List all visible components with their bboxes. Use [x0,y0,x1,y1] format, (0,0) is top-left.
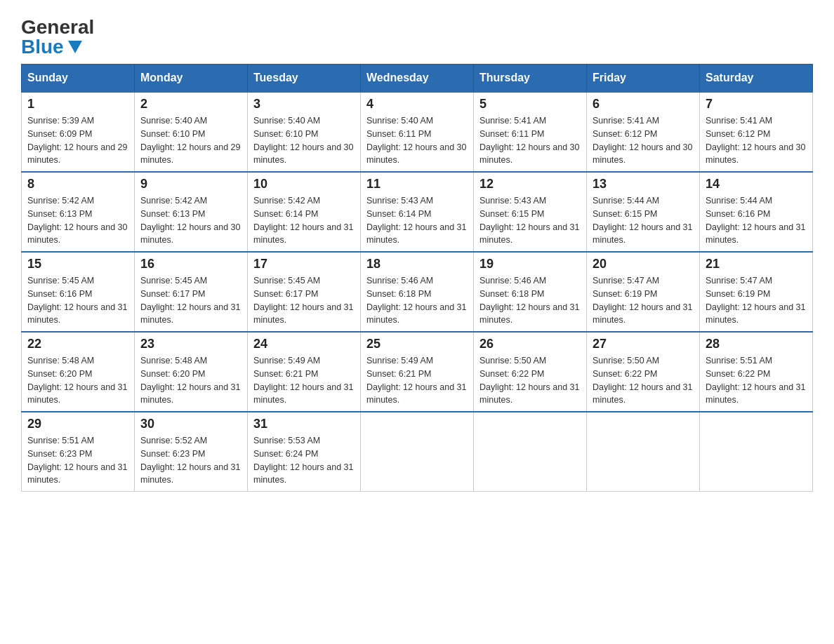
calendar-cell: 30 Sunrise: 5:52 AM Sunset: 6:23 PM Dayl… [135,412,248,492]
calendar-cell: 14 Sunrise: 5:44 AM Sunset: 6:16 PM Dayl… [700,172,813,252]
calendar-cell: 16 Sunrise: 5:45 AM Sunset: 6:17 PM Dayl… [135,252,248,332]
calendar-cell: 4 Sunrise: 5:40 AM Sunset: 6:11 PM Dayli… [361,92,474,172]
day-info: Sunrise: 5:42 AM Sunset: 6:13 PM Dayligh… [140,194,241,247]
calendar-cell: 19 Sunrise: 5:46 AM Sunset: 6:18 PM Dayl… [474,252,587,332]
week-row-5: 29 Sunrise: 5:51 AM Sunset: 6:23 PM Dayl… [22,412,813,492]
calendar-cell [587,412,700,492]
calendar-cell: 3 Sunrise: 5:40 AM Sunset: 6:10 PM Dayli… [248,92,361,172]
day-info: Sunrise: 5:51 AM Sunset: 6:22 PM Dayligh… [706,354,807,407]
calendar-cell: 8 Sunrise: 5:42 AM Sunset: 6:13 PM Dayli… [22,172,135,252]
day-number: 1 [27,97,128,112]
day-number: 14 [706,177,807,192]
header-monday: Monday [135,65,248,93]
day-number: 29 [27,417,128,431]
calendar-cell [700,412,813,492]
day-number: 23 [140,337,241,351]
day-info: Sunrise: 5:50 AM Sunset: 6:22 PM Dayligh… [479,354,581,407]
day-info: Sunrise: 5:43 AM Sunset: 6:14 PM Dayligh… [366,194,468,247]
calendar-cell: 29 Sunrise: 5:51 AM Sunset: 6:23 PM Dayl… [22,412,135,492]
header-saturday: Saturday [700,65,813,93]
day-info: Sunrise: 5:52 AM Sunset: 6:23 PM Dayligh… [140,434,241,487]
day-info: Sunrise: 5:45 AM Sunset: 6:17 PM Dayligh… [253,274,355,327]
day-info: Sunrise: 5:40 AM Sunset: 6:10 PM Dayligh… [253,114,355,167]
calendar-cell: 15 Sunrise: 5:45 AM Sunset: 6:16 PM Dayl… [22,252,135,332]
header-wednesday: Wednesday [361,65,474,93]
day-number: 11 [366,177,468,192]
day-info: Sunrise: 5:42 AM Sunset: 6:13 PM Dayligh… [27,194,128,247]
day-number: 17 [253,257,355,271]
calendar-cell: 21 Sunrise: 5:47 AM Sunset: 6:19 PM Dayl… [700,252,813,332]
logo-triangle-icon [68,41,82,53]
day-info: Sunrise: 5:50 AM Sunset: 6:22 PM Dayligh… [593,354,694,407]
day-number: 13 [593,177,694,192]
day-info: Sunrise: 5:41 AM Sunset: 6:12 PM Dayligh… [706,114,807,167]
header-sunday: Sunday [22,65,135,93]
week-row-4: 22 Sunrise: 5:48 AM Sunset: 6:20 PM Dayl… [22,332,813,412]
calendar-cell: 23 Sunrise: 5:48 AM Sunset: 6:20 PM Dayl… [135,332,248,412]
day-number: 2 [140,97,241,112]
day-info: Sunrise: 5:53 AM Sunset: 6:24 PM Dayligh… [253,434,355,487]
calendar-table: Sunday Monday Tuesday Wednesday Thursday… [21,64,813,492]
calendar-cell: 31 Sunrise: 5:53 AM Sunset: 6:24 PM Dayl… [248,412,361,492]
day-info: Sunrise: 5:51 AM Sunset: 6:23 PM Dayligh… [27,434,128,487]
day-info: Sunrise: 5:49 AM Sunset: 6:21 PM Dayligh… [366,354,468,407]
day-info: Sunrise: 5:45 AM Sunset: 6:17 PM Dayligh… [140,274,241,327]
calendar-cell: 9 Sunrise: 5:42 AM Sunset: 6:13 PM Dayli… [135,172,248,252]
day-number: 5 [479,97,581,112]
day-info: Sunrise: 5:42 AM Sunset: 6:14 PM Dayligh… [253,194,355,247]
day-info: Sunrise: 5:40 AM Sunset: 6:11 PM Dayligh… [366,114,468,167]
day-info: Sunrise: 5:43 AM Sunset: 6:15 PM Dayligh… [479,194,581,247]
day-number: 30 [140,417,241,431]
day-number: 21 [706,257,807,271]
calendar-cell: 7 Sunrise: 5:41 AM Sunset: 6:12 PM Dayli… [700,92,813,172]
day-info: Sunrise: 5:44 AM Sunset: 6:15 PM Dayligh… [593,194,694,247]
header-tuesday: Tuesday [248,65,361,93]
day-info: Sunrise: 5:40 AM Sunset: 6:10 PM Dayligh… [140,114,241,167]
day-number: 19 [479,257,581,271]
page-header: General Blue [21,14,813,57]
day-number: 9 [140,177,241,192]
calendar-cell: 26 Sunrise: 5:50 AM Sunset: 6:22 PM Dayl… [474,332,587,412]
calendar-cell: 12 Sunrise: 5:43 AM Sunset: 6:15 PM Dayl… [474,172,587,252]
day-info: Sunrise: 5:47 AM Sunset: 6:19 PM Dayligh… [593,274,694,327]
day-number: 24 [253,337,355,351]
day-info: Sunrise: 5:39 AM Sunset: 6:09 PM Dayligh… [27,114,128,167]
day-info: Sunrise: 5:46 AM Sunset: 6:18 PM Dayligh… [366,274,468,327]
day-info: Sunrise: 5:48 AM Sunset: 6:20 PM Dayligh… [27,354,128,407]
calendar-cell: 17 Sunrise: 5:45 AM Sunset: 6:17 PM Dayl… [248,252,361,332]
day-info: Sunrise: 5:41 AM Sunset: 6:12 PM Dayligh… [593,114,694,167]
day-info: Sunrise: 5:47 AM Sunset: 6:19 PM Dayligh… [706,274,807,327]
logo-general-text: General [21,18,94,37]
calendar-cell: 28 Sunrise: 5:51 AM Sunset: 6:22 PM Dayl… [700,332,813,412]
calendar-cell: 6 Sunrise: 5:41 AM Sunset: 6:12 PM Dayli… [587,92,700,172]
calendar-cell: 11 Sunrise: 5:43 AM Sunset: 6:14 PM Dayl… [361,172,474,252]
calendar-cell [361,412,474,492]
day-number: 25 [366,337,468,351]
header-thursday: Thursday [474,65,587,93]
calendar-cell: 13 Sunrise: 5:44 AM Sunset: 6:15 PM Dayl… [587,172,700,252]
day-info: Sunrise: 5:46 AM Sunset: 6:18 PM Dayligh… [479,274,581,327]
day-info: Sunrise: 5:45 AM Sunset: 6:16 PM Dayligh… [27,274,128,327]
day-number: 10 [253,177,355,192]
day-number: 6 [593,97,694,112]
day-info: Sunrise: 5:41 AM Sunset: 6:11 PM Dayligh… [479,114,581,167]
calendar-cell: 27 Sunrise: 5:50 AM Sunset: 6:22 PM Dayl… [587,332,700,412]
day-number: 7 [706,97,807,112]
day-number: 31 [253,417,355,431]
calendar-cell [474,412,587,492]
day-number: 4 [366,97,468,112]
day-info: Sunrise: 5:48 AM Sunset: 6:20 PM Dayligh… [140,354,241,407]
calendar-cell: 5 Sunrise: 5:41 AM Sunset: 6:11 PM Dayli… [474,92,587,172]
calendar-cell: 2 Sunrise: 5:40 AM Sunset: 6:10 PM Dayli… [135,92,248,172]
day-number: 15 [27,257,128,271]
day-number: 16 [140,257,241,271]
day-number: 28 [706,337,807,351]
weekday-header-row: Sunday Monday Tuesday Wednesday Thursday… [22,65,813,93]
day-info: Sunrise: 5:49 AM Sunset: 6:21 PM Dayligh… [253,354,355,407]
header-friday: Friday [587,65,700,93]
logo: General Blue [21,14,94,57]
calendar-cell: 24 Sunrise: 5:49 AM Sunset: 6:21 PM Dayl… [248,332,361,412]
calendar-cell: 10 Sunrise: 5:42 AM Sunset: 6:14 PM Dayl… [248,172,361,252]
day-number: 20 [593,257,694,271]
day-number: 26 [479,337,581,351]
